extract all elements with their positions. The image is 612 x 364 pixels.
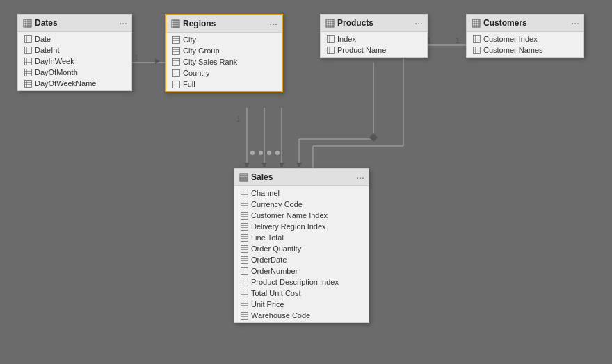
sales-table[interactable]: Sales ··· Channel Currency Code (234, 168, 369, 323)
field-icon (240, 245, 248, 253)
field-icon (240, 200, 248, 208)
list-item[interactable]: City Sales Rank (166, 56, 282, 67)
svg-marker-22 (369, 133, 378, 142)
field-name: City (183, 35, 196, 44)
svg-rect-89 (327, 35, 334, 42)
field-name: Product Description Index (251, 278, 339, 286)
list-item[interactable]: Currency Code (234, 199, 369, 210)
svg-rect-104 (473, 35, 480, 42)
list-item[interactable]: DayOfMonth (18, 67, 131, 78)
sales-table-body: Channel Currency Code Customer Name Inde… (234, 186, 369, 322)
dates-table-body: Date DateInt DayInWeek DayOfMonth (18, 32, 131, 90)
regions-table-body: City City Group City Sales Rank Country (166, 33, 282, 91)
list-item[interactable]: Country (166, 67, 282, 78)
svg-rect-147 (241, 267, 248, 274)
dates-table-title: Dates (35, 18, 58, 28)
list-item[interactable]: Warehouse Code (234, 310, 369, 321)
list-item[interactable]: Full (166, 78, 282, 90)
field-icon (24, 79, 32, 88)
svg-rect-155 (241, 290, 248, 297)
field-icon (472, 35, 481, 43)
svg-point-25 (259, 151, 263, 155)
field-icon (24, 57, 32, 65)
products-table[interactable]: Products ··· Index Product Name (320, 14, 428, 58)
list-item[interactable]: DayOfWeekName (18, 78, 131, 89)
customers-table-body: Customer Index Customer Names (467, 32, 583, 57)
svg-rect-70 (172, 58, 179, 65)
svg-rect-43 (24, 58, 31, 65)
list-item[interactable]: Customer Name Index (234, 210, 369, 221)
svg-point-26 (267, 151, 271, 155)
list-item[interactable]: DateInt (18, 44, 131, 56)
svg-rect-159 (241, 301, 248, 308)
regions-table-icon (170, 19, 180, 28)
list-item[interactable]: Customer Index (467, 33, 583, 44)
field-name: Full (183, 80, 195, 88)
dates-table-menu[interactable]: ··· (119, 17, 127, 28)
svg-rect-35 (24, 35, 31, 42)
list-item[interactable]: Customer Names (467, 44, 583, 56)
svg-rect-131 (241, 223, 248, 230)
field-name: DayOfMonth (35, 68, 78, 76)
field-icon (240, 189, 248, 197)
field-name: Currency Code (251, 200, 303, 208)
customers-table[interactable]: Customers ··· Customer Index Customer Na… (466, 14, 584, 58)
field-name: OrderNumber (251, 267, 298, 275)
svg-rect-143 (241, 256, 248, 263)
field-icon (24, 68, 32, 76)
products-table-title: Products (337, 18, 373, 28)
svg-marker-15 (155, 58, 160, 64)
svg-rect-127 (241, 212, 248, 219)
list-item[interactable]: Channel (234, 188, 369, 199)
svg-rect-119 (241, 190, 248, 197)
field-icon (240, 211, 248, 220)
field-name: DayOfWeekName (35, 79, 96, 88)
list-item[interactable]: City (166, 34, 282, 45)
sales-table-menu[interactable]: ··· (356, 172, 364, 183)
svg-marker-17 (244, 163, 250, 168)
sales-table-header: Sales ··· (234, 169, 369, 186)
list-item[interactable]: DayInWeek (18, 56, 131, 67)
field-icon (240, 311, 248, 320)
field-name: Total Unit Cost (251, 289, 301, 297)
list-item[interactable]: Unit Price (234, 299, 369, 310)
list-item[interactable]: Order Quantity (234, 243, 369, 254)
customers-table-menu[interactable]: ··· (571, 17, 579, 28)
field-name: Channel (251, 189, 280, 197)
field-icon (240, 233, 248, 242)
svg-rect-123 (241, 201, 248, 208)
list-item[interactable]: Line Total (234, 232, 369, 243)
list-item[interactable]: OrderNumber (234, 265, 369, 276)
field-name: Customer Index (483, 35, 538, 43)
svg-rect-108 (473, 47, 480, 53)
svg-rect-93 (327, 47, 334, 53)
list-item[interactable]: Delivery Region Index (234, 221, 369, 232)
field-name: DayInWeek (35, 57, 74, 65)
list-item[interactable]: Index (321, 33, 427, 44)
svg-rect-62 (172, 36, 179, 43)
svg-rect-74 (172, 69, 179, 76)
svg-rect-163 (241, 312, 248, 319)
list-item[interactable]: Product Name (321, 44, 427, 56)
svg-rect-135 (241, 234, 248, 241)
dates-table[interactable]: Dates ··· Date DateInt DayInWee (17, 14, 132, 91)
dates-table-header: Dates ··· (18, 15, 131, 32)
svg-rect-39 (24, 47, 31, 53)
field-icon (172, 35, 180, 44)
list-item[interactable]: Total Unit Cost (234, 288, 369, 299)
field-icon (326, 35, 335, 43)
field-name: Order Quantity (251, 245, 301, 253)
products-table-icon (325, 18, 335, 28)
list-item[interactable]: OrderDate (234, 254, 369, 265)
regions-table-menu[interactable]: ··· (269, 18, 277, 29)
field-icon (240, 300, 248, 308)
list-item[interactable]: Product Description Index (234, 276, 369, 288)
field-icon (240, 256, 248, 264)
list-item[interactable]: City Group (166, 45, 282, 56)
svg-text:1: 1 (236, 115, 241, 123)
list-item[interactable]: Date (18, 33, 131, 44)
products-table-menu[interactable]: ··· (414, 17, 423, 28)
customers-table-header: Customers ··· (467, 15, 583, 32)
svg-rect-78 (172, 81, 179, 88)
regions-table[interactable]: Regions ··· City City Group Cit (165, 14, 283, 92)
